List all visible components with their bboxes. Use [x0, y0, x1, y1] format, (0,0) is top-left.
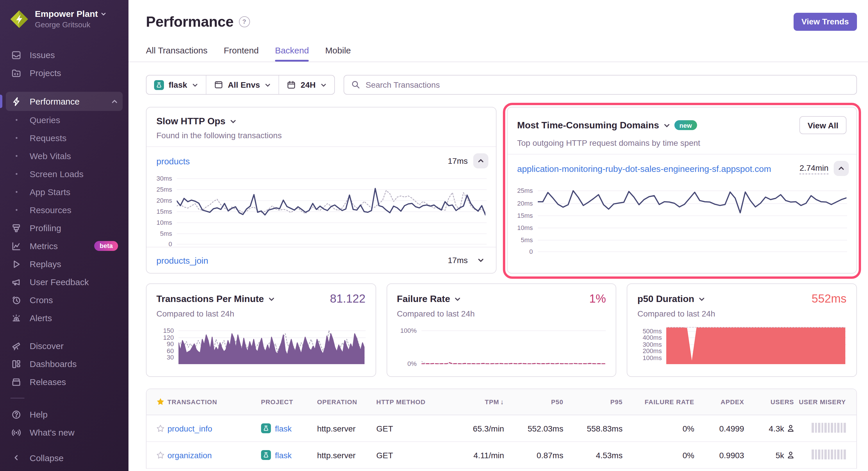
sidebar-item-label: Crons: [30, 295, 53, 305]
chevron-down-icon: [265, 81, 271, 88]
most-time-consuming-domains-panel: Most Time-Consuming Domains new View All…: [507, 107, 857, 273]
help-icon[interactable]: ?: [239, 16, 250, 27]
column-header[interactable]: P95: [563, 398, 623, 405]
replays-icon: [10, 259, 22, 269]
chevron-down-icon[interactable]: [230, 118, 237, 125]
transaction-row-products: products 17ms: [147, 146, 496, 175]
column-header[interactable]: APDEX: [694, 398, 744, 405]
sidebar-item-label: User Feedback: [30, 277, 89, 287]
tab-frontend[interactable]: Frontend: [224, 45, 259, 62]
chevron-down-icon[interactable]: [454, 295, 461, 302]
table-header: TRANSACTION PROJECT OPERATION HTTP METHO…: [147, 389, 856, 415]
transaction-link[interactable]: organization: [167, 450, 212, 460]
column-header[interactable]: OPERATION: [317, 398, 376, 405]
sidebar-collapse-button[interactable]: Collapse: [6, 451, 123, 464]
sidebar-item-discover[interactable]: Discover: [6, 337, 123, 355]
tab-backend[interactable]: Backend: [275, 45, 309, 62]
favorites-column-icon[interactable]: [147, 397, 167, 407]
transaction-link[interactable]: product_info: [167, 424, 212, 433]
column-header[interactable]: TRANSACTION: [167, 398, 261, 405]
sidebar-item-user-feedback[interactable]: User Feedback: [6, 273, 123, 291]
sidebar-item-app-starts[interactable]: App Starts: [6, 183, 123, 201]
sidebar-item-crons[interactable]: Crons: [6, 291, 123, 309]
page-header: Performance ? View Trends: [146, 12, 857, 31]
failure-rate-card: Failure Rate 1% Compared to last 24h 100…: [386, 283, 616, 377]
dashboards-icon: [10, 359, 22, 369]
sidebar-item-web-vitals[interactable]: Web Vitals: [6, 147, 123, 165]
column-header[interactable]: USERS: [744, 398, 794, 405]
org-logo-icon: [9, 9, 29, 29]
megaphone-icon: [10, 277, 22, 287]
chevron-down-icon[interactable]: [663, 122, 670, 129]
sidebar-item-label: Performance: [30, 96, 80, 106]
clock-icon: [10, 295, 22, 305]
column-header[interactable]: PROJECT: [261, 398, 317, 405]
panel-subtitle: Top outgoing HTTP request domains by tim…: [517, 138, 846, 147]
telescope-icon: [10, 341, 22, 351]
sidebar-item-whats-new[interactable]: What's new: [6, 424, 123, 441]
chevron-down-icon: [320, 81, 327, 88]
sidebar: Empower Plant George Gritsouk Issues Pro…: [0, 0, 128, 471]
sidebar-item-resources[interactable]: Resources: [6, 201, 123, 219]
collapse-row-button[interactable]: [834, 161, 849, 176]
view-all-button[interactable]: View All: [799, 116, 846, 134]
duration-value: 17ms: [448, 156, 468, 166]
column-header-sorted[interactable]: TPM↓: [442, 398, 504, 406]
sidebar-item-label: Web Vitals: [30, 151, 71, 161]
chevron-up-icon: [111, 98, 118, 105]
search-transactions-input[interactable]: Search Transactions: [344, 75, 857, 95]
p50-duration-chart: 500ms400ms300ms200ms100ms: [638, 327, 846, 364]
users-count: 5k: [776, 450, 784, 460]
sidebar-item-metrics[interactable]: Metrics beta: [6, 237, 123, 255]
org-switcher[interactable]: Empower Plant George Gritsouk: [6, 7, 123, 32]
sidebar-item-projects[interactable]: Projects: [6, 64, 123, 82]
sidebar-item-profiling[interactable]: Profiling: [6, 219, 123, 237]
column-header[interactable]: USER MISERY: [794, 398, 856, 405]
sort-desc-icon: ↓: [500, 398, 504, 406]
widget-panels: Slow HTTP Ops Found in the following tra…: [146, 107, 857, 273]
column-header[interactable]: P50: [504, 398, 563, 405]
tpm-cell: 65.3/min: [442, 424, 504, 433]
sidebar-item-help[interactable]: Help: [6, 405, 123, 424]
sidebar-item-label: Issues: [30, 50, 55, 60]
search-placeholder: Search Transactions: [366, 80, 440, 90]
time-spent-value[interactable]: 2.74min: [799, 163, 829, 174]
chevron-down-icon[interactable]: [698, 295, 705, 302]
favorite-star-button[interactable]: [156, 450, 165, 460]
user-misery-score: [794, 449, 856, 459]
sidebar-item-label: Requests: [30, 133, 67, 143]
date-range-filter[interactable]: 24H: [278, 75, 334, 94]
column-header[interactable]: FAILURE RATE: [623, 398, 694, 405]
sidebar-item-screen-loads[interactable]: Screen Loads: [6, 165, 123, 183]
environment-filter[interactable]: All Envs: [206, 75, 279, 94]
chevron-down-icon[interactable]: [268, 295, 275, 302]
transaction-link[interactable]: products_join: [156, 255, 208, 265]
sidebar-item-label: Dashboards: [30, 359, 77, 369]
project-filter[interactable]: flask: [147, 75, 206, 94]
sidebar-item-performance[interactable]: Performance: [6, 92, 123, 111]
tabs-divider: [128, 62, 868, 62]
transaction-link[interactable]: products: [156, 156, 190, 166]
sidebar-item-requests[interactable]: Requests: [6, 129, 123, 147]
transaction-row-products-join: products_join 17ms: [147, 247, 496, 273]
column-header[interactable]: HTTP METHOD: [376, 398, 442, 405]
project-link[interactable]: flask: [275, 450, 292, 460]
sidebar-item-releases[interactable]: Releases: [6, 373, 123, 391]
domains-chart: 25ms20ms15ms10ms5ms0: [512, 186, 847, 252]
sidebar-item-dashboards[interactable]: Dashboards: [6, 355, 123, 373]
sidebar-item-replays[interactable]: Replays: [6, 255, 123, 273]
domain-link[interactable]: application-monitoring-ruby-dot-sales-en…: [517, 164, 771, 173]
sidebar-item-queries[interactable]: Queries: [6, 111, 123, 129]
metrics-icon: [10, 241, 22, 251]
project-link[interactable]: flask: [275, 424, 292, 433]
tab-mobile[interactable]: Mobile: [325, 45, 351, 62]
sidebar-item-issues[interactable]: Issues: [6, 46, 123, 64]
expand-row-button[interactable]: [473, 253, 488, 268]
operation-cell: http.server: [317, 424, 376, 433]
tab-all-transactions[interactable]: All Transactions: [146, 45, 208, 62]
filter-row: flask All Envs 24H Search Transactions: [146, 75, 857, 95]
view-trends-button[interactable]: View Trends: [793, 12, 857, 31]
collapse-row-button[interactable]: [473, 153, 488, 168]
sidebar-item-alerts[interactable]: Alerts: [6, 309, 123, 327]
favorite-star-button[interactable]: [156, 424, 165, 433]
